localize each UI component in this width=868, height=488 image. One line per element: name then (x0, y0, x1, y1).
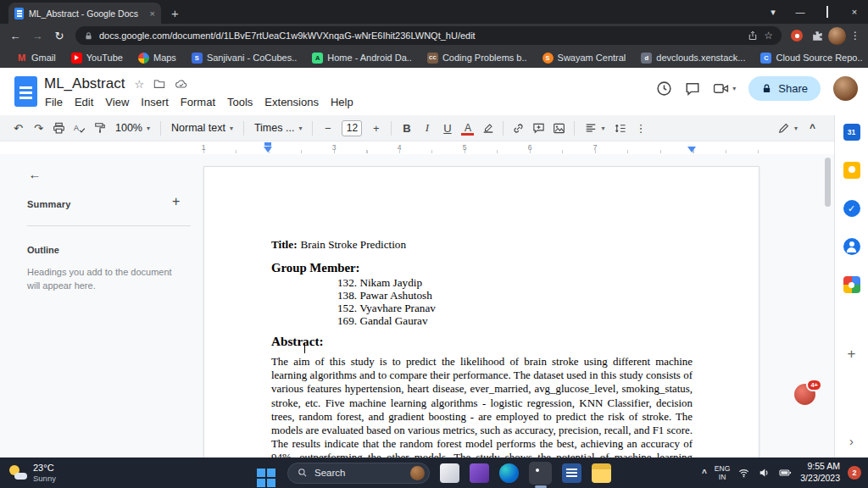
font-select[interactable]: Times ...▾ (249, 122, 307, 134)
tab-close-icon[interactable]: × (150, 8, 155, 19)
more-toolbar-options-icon[interactable]: ⋮ (631, 119, 650, 138)
volume-icon[interactable] (758, 467, 771, 479)
spell-check-icon[interactable]: A (70, 119, 89, 138)
maps-addon-icon[interactable] (843, 276, 860, 293)
bookmark-sanjivani[interactable]: SSanjivani - CoCubes.. (184, 53, 304, 64)
left-margin-marker[interactable] (264, 147, 272, 152)
word-app-icon[interactable] (562, 463, 581, 483)
docs-profile-avatar[interactable] (833, 76, 858, 101)
menu-file[interactable]: File (39, 94, 69, 110)
insert-image-icon[interactable] (549, 119, 569, 138)
address-bar[interactable]: docs.google.com/document/d/1LBvE7rtUeaC1… (75, 26, 782, 45)
share-button[interactable]: Share (748, 76, 821, 101)
menu-view[interactable]: View (99, 94, 135, 110)
document-text-area[interactable]: Title:Brain Stroke Prediction Group Memb… (204, 167, 759, 458)
close-outline-back-icon[interactable]: ← (24, 163, 46, 185)
file-explorer-icon[interactable] (592, 463, 611, 483)
bookmark-cloud-source[interactable]: CCloud Source Repo.. (753, 53, 868, 64)
meet-button[interactable]: ▾ (713, 81, 736, 96)
reload-icon[interactable]: ↻ (49, 30, 70, 42)
browser-menu-icon[interactable]: ⋮ (848, 30, 863, 42)
vertical-scrollbar[interactable] (825, 158, 831, 207)
notification-count-badge[interactable]: 2 (848, 466, 861, 480)
paint-format-icon[interactable] (90, 119, 109, 138)
bookmark-coding-problems[interactable]: CCCoding Problems b.. (420, 53, 535, 64)
edge-browser-icon[interactable] (499, 463, 519, 483)
taskbar-search-box[interactable]: Search (287, 463, 430, 484)
member-item[interactable]: 132. Nikam Jaydip (337, 276, 693, 289)
line-spacing-icon[interactable] (610, 119, 630, 138)
doc-title-line[interactable]: Title:Brain Stroke Prediction (271, 238, 693, 252)
right-margin-marker[interactable] (687, 147, 696, 152)
bookmark-maps[interactable]: Maps (131, 53, 184, 64)
maximize-button[interactable] (814, 0, 841, 24)
font-size-input[interactable]: 12 (342, 120, 362, 136)
print-icon[interactable] (49, 119, 69, 138)
underline-icon[interactable]: U (437, 119, 457, 138)
extensions-puzzle-icon[interactable] (808, 26, 826, 45)
bookmark-devclouds[interactable]: ddevclouds.xenstack... (633, 53, 753, 64)
collapse-side-panel-icon[interactable]: › (849, 435, 854, 447)
new-tab-button[interactable]: + (171, 7, 179, 19)
menu-edit[interactable]: Edit (69, 94, 99, 110)
contacts-icon[interactable] (843, 238, 860, 255)
menu-tools[interactable]: Tools (221, 94, 259, 110)
bold-icon[interactable]: B (397, 119, 416, 138)
forward-icon[interactable]: → (27, 30, 47, 42)
taskbar-clock[interactable]: 9:55 AM 3/23/2023 (800, 461, 840, 484)
insert-link-icon[interactable] (509, 119, 528, 138)
hidden-icons-chevron[interactable]: ^ (702, 469, 707, 478)
member-item[interactable]: 169. Gandal Gaurav (337, 314, 693, 327)
taskbar-app-icon[interactable] (440, 463, 459, 483)
bookmark-home-android[interactable]: AHome - Android Da.. (304, 53, 420, 64)
ruler[interactable]: 1 2 3 4 5 6 7 (0, 141, 868, 154)
share-page-icon[interactable] (748, 30, 758, 41)
document-title[interactable]: ML_Abstract (44, 75, 125, 92)
menu-format[interactable]: Format (175, 94, 221, 110)
bookmark-gmail[interactable]: MGmail (8, 53, 64, 64)
abstract-paragraph[interactable]: The aim of this study is to predict the … (271, 355, 693, 458)
move-folder-icon[interactable] (153, 78, 165, 90)
document-status-cloud-icon[interactable] (175, 78, 188, 90)
wifi-icon[interactable] (737, 467, 750, 479)
redo-icon[interactable]: ↷ (29, 119, 48, 138)
undo-icon[interactable]: ↶ (8, 119, 28, 138)
increase-font-size-icon[interactable]: + (366, 119, 386, 138)
battery-icon[interactable] (778, 467, 793, 479)
add-summary-icon[interactable]: + (172, 194, 180, 209)
calendar-icon[interactable]: 31 (843, 124, 860, 141)
editing-mode-select[interactable]: ▾ (777, 122, 798, 135)
italic-icon[interactable]: I (417, 119, 437, 138)
addon-notification-icon[interactable]: 4+ (794, 384, 815, 405)
tab-search-icon[interactable]: ▾ (760, 0, 787, 24)
back-icon[interactable]: ← (5, 30, 25, 42)
version-history-icon[interactable] (656, 80, 672, 97)
get-addons-icon[interactable]: + (848, 347, 856, 361)
bookmark-star-icon[interactable]: ☆ (764, 30, 773, 42)
zoom-select[interactable]: 100%▾ (110, 122, 155, 134)
member-list[interactable]: 132. Nikam Jaydip 138. Pawar Ashutosh 15… (337, 276, 693, 327)
document-page[interactable]: Title:Brain Stroke Prediction Group Memb… (203, 166, 760, 458)
group-member-heading[interactable]: Group Member: (271, 261, 693, 275)
extension-badge-icon[interactable] (791, 30, 803, 42)
decrease-font-size-icon[interactable]: − (318, 119, 337, 138)
close-button[interactable]: × (841, 0, 868, 24)
keep-icon[interactable] (843, 162, 860, 179)
taskbar-app-icon[interactable] (470, 463, 489, 483)
menu-help[interactable]: Help (325, 94, 359, 110)
paragraph-style-select[interactable]: Normal text▾ (166, 122, 238, 134)
hide-menus-icon[interactable]: ^ (810, 122, 815, 134)
align-select[interactable]: ▾ (580, 122, 609, 134)
highlight-color-icon[interactable] (478, 119, 498, 138)
search-highlight-icon[interactable] (410, 466, 425, 480)
tasks-icon[interactable]: ✓ (843, 200, 860, 217)
browser-tab[interactable]: ML_Abstract - Google Docs × (8, 3, 161, 24)
menu-insert[interactable]: Insert (135, 94, 175, 110)
language-indicator[interactable]: ENG IN (715, 464, 730, 481)
comments-icon[interactable] (685, 81, 700, 97)
google-docs-logo[interactable] (14, 76, 37, 107)
add-comment-icon[interactable] (529, 119, 548, 138)
member-item[interactable]: 138. Pawar Ashutosh (337, 289, 693, 302)
chrome-browser-icon-active[interactable] (529, 462, 552, 485)
minimize-button[interactable]: — (787, 0, 814, 24)
